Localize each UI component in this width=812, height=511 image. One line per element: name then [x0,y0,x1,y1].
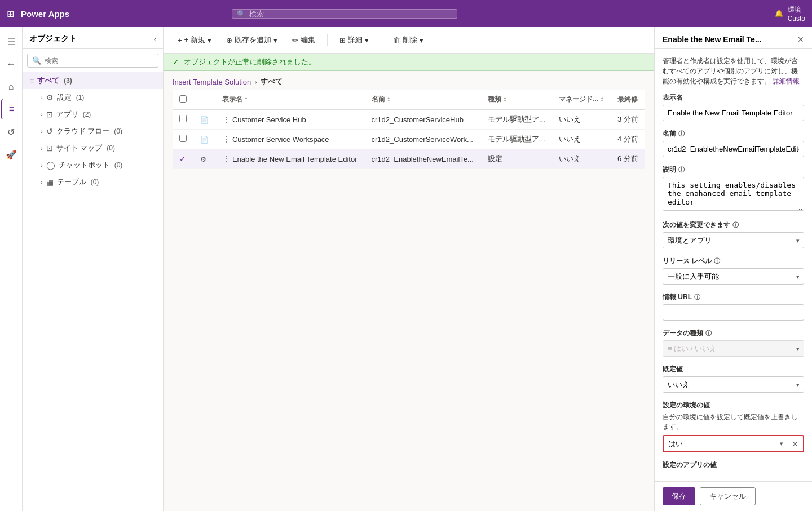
topbar-right: 🔔 環境 Custo [775,5,805,23]
env-value-desc: 自分の環境に値を設定して既定値を上書きします。 [663,412,804,432]
sidebar-search-input[interactable] [45,57,153,65]
col-display-name[interactable]: 表示名 ↑ [215,90,365,109]
panel-description: 管理者と作成者は設定を使用して、環境が含むすべてのアプリや個別のアプリに対し、機… [663,56,804,86]
breadcrumb-sep: › [254,78,257,86]
release-level-info-icon[interactable]: ⓘ [714,257,720,265]
sidebar-item-cloud-flows[interactable]: › ↺ クラウド フロー (0) [23,123,163,140]
row1-modified-cell: 3 分前 [611,109,645,130]
sidebar-item-tables[interactable]: › ▦ テーブル (0) [23,174,163,190]
sidebar-item-apps[interactable]: › ⊡ アプリ (2) [23,106,163,123]
change-value-info-icon[interactable]: ⓘ [732,221,739,229]
field-display-name-label: 表示名 [663,93,804,103]
sidebar-item-chatbots-icon: ◯ [46,161,55,170]
sidebar-item-site-maps[interactable]: › ⊡ サイト マップ (0) [23,140,163,157]
sidebar-item-chatbots[interactable]: › ◯ チャットボット (0) [23,157,163,174]
sidebar-item-flows-count: (0) [114,127,122,135]
topbar-search-input[interactable] [249,10,452,18]
icon-bar-home[interactable]: ⌂ [1,77,21,97]
panel-footer: 保存 キャンセル [655,481,812,511]
icon-bar: ☰ ← ⌂ ≡ ↺ 🚀 [0,27,23,511]
col-modified[interactable]: 最終修 [611,90,645,109]
field-change-value: 次の値を変更できます ⓘ 環境とアプリ ▾ [663,220,804,248]
sidebar-item-all[interactable]: ≡ すべて (3) [23,72,163,89]
objects-table: 表示名 ↑ 名前 ↕ 種類 ↕ マネージド... ↕ [173,90,645,169]
select-all-checkbox[interactable] [179,95,187,103]
env-value-dropdown-button[interactable]: ▾ [776,440,787,447]
sidebar-header: オブジェクト ‹ [23,27,163,49]
add-existing-chevron-icon: ▾ [273,36,277,45]
row1-checkbox[interactable] [179,115,187,122]
row1-display-name-cell[interactable]: ⋮ Customer Service Hub [215,109,365,130]
row1-name-cell: cr1d2_CustomerServiceHub [365,109,481,130]
table-row[interactable]: 📄 ⋮ Customer Service Hub cr1d2_CustomerS… [173,109,645,130]
toolbar-sep-1 [327,34,328,46]
row1-type-icon: 📄 [200,116,209,124]
cancel-button[interactable]: キャンセル [700,487,756,505]
panel-close-button[interactable]: ✕ [797,35,804,44]
col-type[interactable]: 種類 ↕ [481,90,552,109]
icon-bar-menu[interactable]: ☰ [1,32,21,52]
app-title: Power Apps [21,9,69,19]
field-data-type-label: データの種類 ⓘ [663,328,804,338]
sidebar-item-settings[interactable]: › ⚙ 設定 (1) [23,89,163,106]
field-release-level-label: リリース レベル ⓘ [663,256,804,266]
panel-detail-link[interactable]: 詳細情報 [773,77,800,85]
field-default-value-label: 既定値 [663,365,804,374]
col-type-sort: ↕ [503,95,506,103]
sidebar-collapse-icon[interactable]: ‹ [154,35,156,43]
delete-icon: 🗑 [393,36,400,45]
icon-bar-objects[interactable]: ≡ [1,99,21,119]
sidebar-search-box[interactable]: 🔍 [27,54,158,68]
edit-button[interactable]: ✏ 編集 [287,32,320,48]
icon-bar-rocket[interactable]: 🚀 [1,144,21,165]
default-value-select[interactable]: いいえ [663,376,804,393]
info-url-info-icon[interactable]: ⓘ [694,293,700,301]
delete-button[interactable]: 🗑 削除 ▾ [388,32,429,48]
info-url-input[interactable] [663,304,804,321]
sidebar-item-tables-expand: › [41,179,43,185]
row2-display-name-cell[interactable]: ⋮ Customer Service Workspace [215,130,365,149]
details-button[interactable]: ⊞ 詳細 ▾ [334,32,374,48]
row3-menu-dots[interactable]: ⋮ [222,154,232,163]
table-row[interactable]: 📄 ⋮ Customer Service Workspace cr1d2_Cus… [173,130,645,149]
name-input[interactable] [663,141,804,157]
new-button[interactable]: + + 新規 ▾ [173,32,217,48]
col-managed[interactable]: マネージド... ↕ [552,90,611,109]
description-info-icon[interactable]: ⓘ [678,166,685,174]
table-row[interactable]: ✓ ⚙ ⋮ Enable the New Email Template Edit… [173,149,645,169]
row1-checkbox-cell [173,109,193,130]
col-type-icon [193,90,215,109]
sidebar-item-tables-count: (0) [91,178,99,186]
table-container: 表示名 ↑ 名前 ↕ 種類 ↕ マネージド... ↕ [164,90,654,511]
row2-checkbox[interactable] [179,135,187,142]
breadcrumb: Insert Template Solution › すべて [164,71,654,90]
name-info-icon[interactable]: ⓘ [678,130,685,138]
icon-bar-back[interactable]: ← [1,54,21,74]
display-name-input[interactable] [663,105,804,121]
sidebar-title: オブジェクト [29,34,77,44]
description-textarea[interactable]: This setting enables/disables the enahan… [663,177,804,211]
icon-bar-history[interactable]: ↺ [1,122,21,142]
row3-checkbox-cell: ✓ [173,149,193,169]
release-level-select[interactable]: 一般に入手可能 [663,268,804,285]
sidebar-item-sitemaps-count: (0) [107,144,115,152]
topbar-search-box[interactable]: 🔍 [232,9,457,19]
col-checkbox [173,90,193,109]
waffle-icon[interactable]: ⊞ [7,8,14,19]
default-value-select-wrapper: いいえ ▾ [663,376,804,393]
row2-modified-cell: 4 分前 [611,130,645,149]
add-existing-button[interactable]: ⊕ 既存を追加 ▾ [221,32,283,48]
row3-display-name-cell[interactable]: ⋮ Enable the New Email Template Editor [215,149,365,169]
table-header: 表示名 ↑ 名前 ↕ 種類 ↕ マネージド... ↕ [173,90,645,109]
change-value-select[interactable]: 環境とアプリ [663,232,804,248]
col-name[interactable]: 名前 ↕ [365,90,481,109]
env-value-input[interactable] [664,436,776,451]
row1-menu-dots[interactable]: ⋮ [222,115,232,124]
row2-menu-dots[interactable]: ⋮ [222,135,232,144]
save-button[interactable]: 保存 [663,487,695,505]
sidebar-item-sitemaps-expand: › [41,145,43,152]
env-value-clear-button[interactable]: ✕ [787,439,803,448]
breadcrumb-parent[interactable]: Insert Template Solution [173,78,251,86]
data-type-info-icon[interactable]: ⓘ [705,329,712,337]
sidebar-item-settings-expand: › [41,94,43,101]
